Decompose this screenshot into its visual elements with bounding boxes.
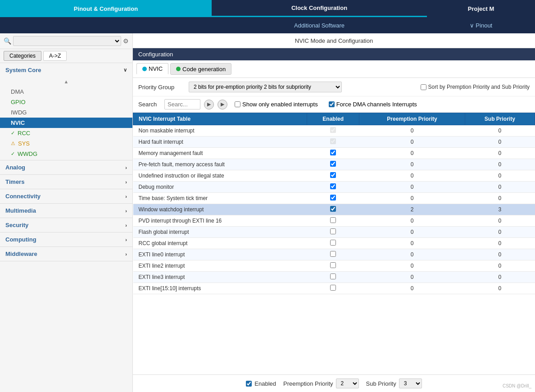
section-header-middleware[interactable]: Middleware › [0, 247, 132, 261]
interrupt-enabled[interactable] [307, 238, 359, 249]
force-dma-label: Force DMA channels Interrupts [336, 101, 417, 108]
interrupt-sub: 0 [465, 260, 535, 272]
interrupt-preemption: 0 [359, 193, 465, 204]
table-row: Time base: System tick timer00 [133, 193, 535, 204]
interrupt-enabled[interactable] [307, 215, 359, 227]
interrupt-enabled[interactable] [307, 227, 359, 238]
sidebar-item-iwdg[interactable]: IWDG [0, 107, 132, 118]
sidebar-content: System Core ∨ ▲ DMA GPIO IWDG [0, 63, 132, 392]
main-content: NVIC Mode and Configuration Configuratio… [133, 33, 535, 392]
interrupt-enabled[interactable] [307, 182, 359, 193]
search-icon: 🔍 [4, 37, 11, 45]
search-label: Search [138, 101, 161, 108]
interrupt-name: EXTI line0 interrupt [133, 249, 307, 260]
interrupt-name: Pre-fetch fault, memory access fault [133, 159, 307, 170]
sidebar-item-gpio[interactable]: GPIO [0, 97, 132, 107]
force-dma-container: Force DMA channels Interrupts [329, 101, 417, 108]
interrupt-enabled[interactable] [307, 125, 359, 137]
gear-icon[interactable]: ⚙ [123, 37, 129, 45]
interrupt-enabled[interactable] [307, 193, 359, 204]
check-icon-wwdg: ✓ [11, 151, 15, 157]
header-clock[interactable]: Clock Configuration [212, 0, 427, 17]
interrupt-name: EXTI line[15:10] interrupts [133, 283, 307, 294]
interrupt-preemption: 2 [359, 204, 465, 215]
interrupt-enabled[interactable] [307, 170, 359, 182]
interrupt-enabled[interactable] [307, 260, 359, 272]
sort-checkbox[interactable] [421, 84, 426, 90]
section-header-system-core[interactable]: System Core ∨ [0, 63, 132, 77]
interrupt-sub: 0 [465, 283, 535, 294]
sidebar-item-nvic[interactable]: NVIC [0, 118, 132, 128]
dma-label: DMA [11, 88, 24, 95]
nvic-interrupt-table: NVIC Interrupt Table Enabled Preemption … [133, 113, 535, 294]
interrupt-enabled[interactable] [307, 249, 359, 260]
nvic-label: NVIC [11, 119, 25, 126]
tab-categories[interactable]: Categories [4, 51, 41, 61]
force-dma-checkbox[interactable] [329, 101, 335, 107]
section-header-connectivity[interactable]: Connectivity › [0, 189, 132, 203]
table-row: Debug monitor00 [133, 182, 535, 193]
interrupt-sub: 0 [465, 238, 535, 249]
content-title: NVIC Mode and Configuration [133, 33, 535, 48]
chevron-computing: › [125, 237, 127, 242]
priority-group-select[interactable]: 2 bits for pre-emption priority 2 bits f… [189, 82, 342, 92]
search-prev-btn[interactable]: ▶ [204, 100, 214, 109]
section-middleware: Middleware › [0, 247, 132, 261]
interrupt-enabled[interactable] [307, 283, 359, 294]
header-project[interactable]: Project M [427, 0, 535, 17]
interrupt-preemption: 0 [359, 260, 465, 272]
interrupt-preemption: 0 [359, 148, 465, 159]
chevron-system-core: ∨ [123, 67, 127, 73]
col-sub: Sub Priority [465, 113, 535, 125]
section-header-multimedia[interactable]: Multimedia › [0, 204, 132, 218]
search-dropdown[interactable] [13, 36, 121, 46]
subheader-pinout[interactable]: ∨ Pinout [427, 17, 535, 33]
interrupt-preemption: 0 [359, 137, 465, 148]
chevron-timers: › [125, 179, 127, 185]
section-header-computing[interactable]: Computing › [0, 232, 132, 246]
subheader-additional[interactable]: Additional Software [212, 17, 427, 33]
bottom-sub-priority: Sub Priority 3 [366, 378, 422, 388]
bottom-sub-priority-select[interactable]: 3 [399, 378, 422, 388]
interrupt-sub: 3 [465, 204, 535, 215]
interrupt-enabled[interactable] [307, 272, 359, 283]
interrupt-sub: 0 [465, 272, 535, 283]
bottom-preemption-select[interactable]: 2 [336, 378, 359, 388]
interrupt-enabled[interactable] [307, 137, 359, 148]
interrupt-name: Hard fault interrupt [133, 137, 307, 148]
section-header-security[interactable]: Security › [0, 218, 132, 232]
interrupt-enabled[interactable] [307, 204, 359, 215]
tab-atoz[interactable]: A->Z [43, 51, 67, 61]
section-system-core: System Core ∨ ▲ DMA GPIO IWDG [0, 63, 132, 160]
sidebar-item-sys[interactable]: ⚠ SYS [0, 138, 132, 149]
table-row: Non maskable interrupt00 [133, 125, 535, 137]
sidebar-item-rcc[interactable]: ✓ RCC [0, 128, 132, 138]
section-header-timers[interactable]: Timers › [0, 175, 132, 189]
tab-code-generation[interactable]: Code generation [170, 63, 231, 75]
section-computing: Computing › [0, 232, 132, 247]
chevron-multimedia: › [125, 208, 127, 214]
interrupt-sub: 0 [465, 137, 535, 148]
sidebar-item-wwdg[interactable]: ✓ WWDG [0, 149, 132, 159]
interrupt-preemption: 0 [359, 249, 465, 260]
interrupt-enabled[interactable] [307, 159, 359, 170]
section-analog: Analog › [0, 160, 132, 175]
section-header-analog[interactable]: Analog › [0, 160, 132, 174]
col-preemption: Preemption Priority [359, 113, 465, 125]
table-row: Memory management fault00 [133, 148, 535, 159]
chevron-security: › [125, 223, 127, 228]
interrupt-sub: 0 [465, 159, 535, 170]
header-pinout[interactable]: Pinout & Configuration [0, 0, 212, 17]
section-timers: Timers › [0, 175, 132, 189]
interrupt-preemption: 0 [359, 159, 465, 170]
search-input[interactable] [164, 99, 200, 109]
search-next-btn[interactable]: ▶ [218, 100, 227, 109]
sidebar-item-dma[interactable]: DMA [0, 87, 132, 97]
nvic-table-container: NVIC Interrupt Table Enabled Preemption … [133, 113, 535, 374]
bottom-enabled-checkbox[interactable] [246, 381, 252, 387]
show-only-checkbox[interactable] [235, 101, 240, 107]
interrupt-enabled[interactable] [307, 148, 359, 159]
tab-nvic[interactable]: NVIC [136, 63, 168, 75]
interrupt-preemption: 0 [359, 182, 465, 193]
interrupt-sub: 0 [465, 182, 535, 193]
